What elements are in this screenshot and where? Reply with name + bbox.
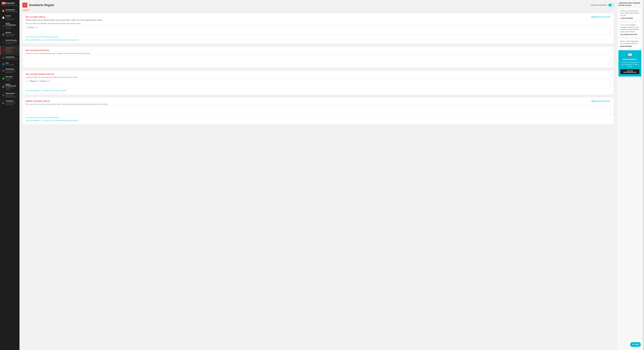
nav-sub-cdn: CDN integrieren [6, 64, 18, 66]
section-nie-cachen-user-agents: Nie cachen (User Agents) User Agent Stri… [22, 70, 614, 95]
help-link-nie-cachen-urls[interactable]: ? BRAUCHST DU HILFE? [592, 16, 611, 18]
section-immer-loeschen-urls: Immer löschen (URLs) ? BRAUCHST DU HILFE… [22, 97, 614, 124]
nav-text-image-optimization: IMAGE OPTIMIZATION Compress your images [6, 84, 18, 90]
nav-text-medien: MEDIEN LazyLoad, emojis, embeds, WebP [6, 32, 18, 37]
toggle-on-label: AN [609, 5, 611, 6]
nav-text-datei: DATEI-OPTIMIERUNG CSS und JS optimieren [6, 23, 18, 29]
nav-icon-tutorials: ▶ [2, 102, 4, 104]
info-card-text-card-article: Lerne, wie du bewährte Techniken einsetz… [620, 24, 640, 33]
section-hint-nie-cachen-urls-1: Nutze den Platzhalter (.*), um alle URLs… [26, 39, 611, 41]
nav-icon-add-ons: 🧩 [2, 77, 4, 80]
sidebar-item-image-optimization[interactable]: 🖼 IMAGE OPTIMIZATION Compress your image… [0, 82, 20, 91]
main-content: ≡ Erweiterte Regeln Seitenleiste einblen… [20, 0, 617, 350]
toggle-knob [611, 4, 614, 6]
sidebar-item-cdn[interactable]: 🌐 CDN CDN integrieren [0, 61, 20, 67]
help-link-label-nie-cachen-urls: BRAUCHST DU HILFE? [594, 16, 611, 18]
nav-title-image-optimization: IMAGE OPTIMIZATION [6, 84, 18, 87]
logo-rocket: ROCKET [6, 2, 15, 4]
section-nie-cachen-urls: Nie cachen (URLs) ? BRAUCHST DU HILFE? S… [22, 13, 614, 44]
help-icon-circle-immer-loeschen-urls: ? [592, 100, 594, 102]
section-header-immer-loeschen-urls: Immer löschen (URLs) ? BRAUCHST DU HILFE… [26, 100, 611, 102]
nav-sub-heartbeat: Control WordPress Heartbeat API [6, 70, 18, 73]
nav-text-cache: CACHE Cache-Grundfunktionen [6, 15, 18, 20]
nav-title-dashboard: DASHBOARD [6, 9, 18, 11]
nav-text-werkzeuge: WERKZEUGE Import, Export, Wiederherstell… [6, 93, 18, 98]
nav-icon-cache: 📄 [2, 17, 4, 19]
textarea-nie-cachen-user-agents[interactable]: (.*)Mobile(.*)Safari(.*) [26, 79, 611, 88]
sidebar-item-tutorials[interactable]: ▶ TUTORIALS Getting started and how to v… [0, 99, 20, 107]
sidebar-item-medien[interactable]: 🖼 MEDIEN LazyLoad, emojis, embeds, WebP [0, 31, 20, 38]
section-hint-nie-cachen-urls-0: Der Domain-Teil der URL wird automatisch… [26, 36, 611, 38]
nav-sub-datenbank: Aufräumen, optimieren [6, 58, 18, 60]
info-card-link-card-article[interactable]: LIES UNSERE ANLEITUNG [620, 34, 640, 35]
section-header-nie-cachen-user-agents: Nie cachen (User Agents) [26, 73, 611, 75]
page-header-icon: ≡ [22, 3, 27, 8]
nav-text-datenbank: DATENBANK Aufräumen, optimieren [6, 56, 18, 60]
nav-icon-dashboard: 🏠 [2, 10, 4, 12]
section-nie-cachen-cookies: Nie cachen (Cookies) Cookie-IDs, die das… [22, 47, 614, 68]
nav-icon-cdn: 🌐 [2, 63, 4, 65]
nav-sub-medien: LazyLoad, emojis, embeds, WebP [6, 34, 18, 37]
sidebar: WP ROCKET Superior WordPress Performance… [0, 0, 20, 350]
info-card-link-card-video[interactable]: ▶ VIDEO ANSEHEN. [620, 18, 640, 19]
nav-title-cache: CACHE [6, 15, 18, 17]
sidebar-item-werkzeuge[interactable]: 🔧 WERKZEUGE Import, Export, Wiederherste… [0, 91, 20, 99]
sidebar-item-dashboard[interactable]: 🏠 DASHBOARD Konto-Übersicht, Hilfe [0, 8, 20, 14]
sidebar-item-datenbank[interactable]: 🗄 DATENBANK Aufräumen, optimieren [0, 55, 20, 61]
doc-icon: 📖 [620, 53, 640, 57]
nav-title-add-ons: ADD-ONS [6, 76, 18, 78]
info-card-link-label-card-article: LIES UNSERE ANLEITUNG [620, 34, 637, 35]
textarea-immer-loeschen-urls[interactable] [26, 106, 611, 115]
logo-area: WP ROCKET Superior WordPress Performance [0, 0, 20, 8]
resize-handle[interactable]: ⋮ [643, 0, 644, 350]
textarea-label-nie-cachen-urls: URLs von Seiten oder Beiträgen, die niem… [26, 23, 611, 24]
help-button[interactable]: 💬 Help [630, 342, 641, 347]
info-card-link-label-card-pagespeed: MEHR ERFAHREN [620, 46, 632, 47]
help-link-label-immer-loeschen-urls: BRAUCHST DU HILFE? [594, 100, 611, 102]
nav-title-erweiterte-regeln: ERWEITERTE REGELN [6, 47, 18, 50]
page-header-left: ≡ Erweiterte Regeln [22, 3, 54, 8]
section-hint-immer-loeschen-urls-1: Nutze den Platzhalter (.*), um alle URLs… [26, 119, 611, 122]
section-desc-nie-cachen-urls: Sensible Seiten, wie zum Beispiel eigene… [26, 19, 611, 21]
nav-sub-cache-fuellen: Generate cache files, preload fonts [6, 41, 18, 45]
nav-sub-dashboard: Konto-Übersicht, Hilfe [6, 11, 18, 13]
sections-container: Nie cachen (URLs) ? BRAUCHST DU HILFE? S… [22, 13, 614, 124]
nav-text-dashboard: DASHBOARD Konto-Übersicht, Hilfe [6, 9, 18, 13]
section-title-nie-cachen-user-agents: Nie cachen (User Agents) [26, 73, 54, 75]
textarea-nie-cachen-urls[interactable]: /forum/(.*) [26, 25, 611, 35]
nav-sub-cache: Cache-Grundfunktionen [6, 17, 18, 20]
nav-sub-datei: CSS und JS optimieren [6, 26, 18, 29]
nav-items: 🏠 DASHBOARD Konto-Übersicht, Hilfe 📄 CAC… [0, 8, 20, 107]
nav-text-cache-fuellen: CACHE FÜLLEN Generate cache files, prelo… [6, 40, 18, 45]
textarea-nie-cachen-cookies[interactable] [26, 55, 611, 64]
nav-title-datenbank: DATENBANK [6, 56, 18, 58]
doc-button[interactable]: LIES DIE DOKUMENTATION [620, 69, 640, 74]
section-hint-nie-cachen-user-agents-0: Nutze den Platzhalter (.*), um Teile von… [26, 89, 611, 92]
help-label: Help [635, 343, 638, 345]
help-icon: 💬 [632, 343, 634, 345]
nav-icon-werkzeuge: 🔧 [2, 94, 4, 96]
nav-title-cdn: CDN [6, 62, 18, 64]
nav-icon-medien: 🖼 [2, 33, 4, 36]
sidebar-item-datei[interactable]: 🗂 DATEI-OPTIMIERUNG CSS und JS optimiere… [0, 22, 20, 31]
sidebar-item-erweiterte-regeln[interactable]: ≡ ERWEITERTE REGELN Cache-Regeln abstimm… [0, 46, 20, 55]
sidebar-item-cache[interactable]: 📄 CACHE Cache-Grundfunktionen [0, 14, 20, 22]
right-sidebar: Ladezeiten deiner Website korrekt messen… [617, 0, 643, 350]
sidebar-item-cache-fuellen[interactable]: ↻ CACHE FÜLLEN Generate cache files, pre… [0, 38, 20, 46]
logo-sub: Superior WordPress Performance [2, 5, 18, 6]
help-icon-circle-nie-cachen-urls: ? [592, 16, 594, 18]
sidebar-item-heartbeat[interactable]: ❤ HEARTBEAT Control WordPress Heartbeat … [0, 67, 20, 75]
doc-title: Dokumentation [620, 58, 640, 60]
nav-sub-image-optimization: Compress your images [6, 87, 18, 90]
toggle-area: Seitenleiste einblenden AN [590, 4, 614, 7]
sidebar-item-add-ons[interactable]: 🧩 ADD-ONS Erweiterungen aktivieren [0, 75, 20, 82]
sidebar-toggle[interactable]: AN [608, 4, 614, 7]
nav-text-tutorials: TUTORIALS Getting started and how to vid… [6, 100, 18, 105]
info-card-link-card-pagespeed[interactable]: MEHR ERFAHREN [620, 46, 640, 47]
nav-sub-werkzeuge: Import, Export, Wiederherstellung [6, 95, 18, 98]
nav-title-heartbeat: HEARTBEAT [6, 68, 18, 70]
nav-sub-add-ons: Erweiterungen aktivieren [6, 78, 18, 81]
help-link-immer-loeschen-urls[interactable]: ? BRAUCHST DU HILFE? [592, 100, 611, 102]
nav-text-heartbeat: HEARTBEAT Control WordPress Heartbeat AP… [6, 68, 18, 73]
logo-wp: WP [2, 2, 6, 5]
